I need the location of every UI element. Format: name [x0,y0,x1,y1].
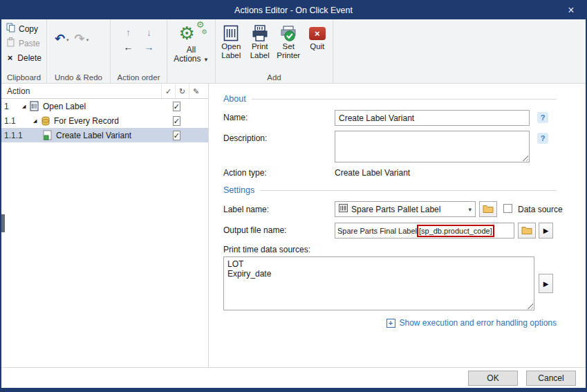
name-help-icon[interactable]: ? [537,112,548,123]
all-actions-label-line2: Actions [174,54,201,64]
copy-button[interactable]: Copy [3,21,44,36]
action-column-header: Action [7,86,30,96]
print-time-data-sources-label: Print time data sources: [223,245,310,254]
clipboard-group: Copy Paste × Delete Clipboard [1,19,47,83]
output-file-name-text: Spare Parts Final Label [337,227,417,235]
expander-icon[interactable]: ◢ [33,118,41,124]
folder-icon [521,225,532,236]
print-time-data-source-button[interactable]: ▶ [539,274,553,293]
set-printer-icon [280,24,297,42]
open-label-tree-icon [30,101,41,111]
print-label-icon [252,24,268,42]
row-checkbox[interactable]: ✓ [173,116,180,126]
ribbon-filler [333,19,586,83]
gears-icon: ⚙ ⚙ ⚙ [177,22,206,46]
close-icon[interactable]: × [557,1,586,19]
cancel-button[interactable]: Cancel [526,371,576,386]
tree-column-header: Action ✓ ↻ ✎ [1,84,208,99]
show-execution-options-link[interactable]: + Show execution and error handling opti… [386,318,557,328]
print-time-data-sources-input[interactable]: LOT Expiry_date [223,256,534,310]
quit-button[interactable]: × Quit [304,23,331,59]
copy-icon [6,23,15,35]
expander-icon[interactable]: ◢ [22,104,30,109]
undo-redo-group: ↶ ▾ ↷ ▾ Undo & Redo [47,19,111,83]
database-icon [41,116,53,126]
action-type-label: Action type: [223,168,267,178]
edit-column-icon: ✎ [189,84,203,98]
ok-button[interactable]: OK [468,371,518,386]
play-icon: ▶ [543,280,549,288]
row-checkbox[interactable]: ✓ [173,131,180,140]
barcode-icon [339,204,348,214]
show-execution-options-label: Show execution and error handling option… [400,318,557,328]
settings-section-header: Settings [223,185,557,195]
folder-icon [483,204,494,215]
open-label-icon [223,24,239,42]
chevron-down-icon: ▾ [468,206,472,213]
clipboard-group-label: Clipboard [3,72,44,82]
paste-label: Paste [19,39,40,48]
description-input[interactable] [335,131,530,162]
actions-editor-dialog: Actions Editor - On Click Event × Copy P… [0,0,587,392]
print-label-button[interactable]: Print Label [247,23,274,59]
label-name-value: Spare Parts Pallet Label [351,205,440,214]
all-actions-dropdown-icon: ▼ [203,57,209,63]
expand-plus-icon: + [386,319,395,328]
all-actions-button[interactable]: ⚙ ⚙ ⚙ All Actions ▼ [167,19,216,83]
resize-grip-icon[interactable] [522,155,528,161]
scrollbar-thumb[interactable] [1,214,5,232]
label-name-label: Label name: [223,205,269,214]
undo-icon[interactable]: ↶ [55,32,65,46]
quit-icon: × [309,27,326,40]
action-properties-panel: About Name: ? Description: ? Action type… [209,84,586,367]
create-label-variant-icon [43,130,55,140]
add-group-label: Add [218,72,330,82]
browse-output-button[interactable] [518,223,536,239]
tree-row-create-label-variant[interactable]: 1.1.1 Create Label Variant ✓ [1,128,208,142]
move-up-icon[interactable]: ↑ [126,28,131,37]
window-title: Actions Editor - On Click Event [234,6,353,15]
output-file-name-input[interactable]: Spare Parts Final Label[sp_db.product_co… [335,223,514,239]
action-order-group-label: Action order [113,72,165,82]
action-order-group: ↑ ↓ ← → Action order [111,19,167,83]
annotation-highlight: [sp_db.product_code] [417,225,494,237]
output-data-source-button[interactable]: ▶ [539,223,553,239]
delete-button[interactable]: × Delete [3,50,44,65]
label-name-select[interactable]: Spare Parts Pallet Label ▾ [335,201,476,217]
output-file-name-label: Output file name: [223,225,286,235]
copy-label: Copy [19,24,38,34]
delete-icon: × [6,53,14,63]
tree-row-open-label[interactable]: 1 ◢ Open Label ✓ [1,99,208,113]
title-bar: Actions Editor - On Click Event × [1,1,586,19]
data-source-checkbox[interactable] [503,204,512,213]
redo-dropdown-icon[interactable]: ▾ [86,37,89,43]
play-icon: ▶ [543,227,549,234]
row-checkbox[interactable]: ✓ [173,102,180,111]
move-down-icon[interactable]: ↓ [147,28,151,37]
about-section-header: About [223,94,557,104]
browse-label-button[interactable] [479,201,497,217]
open-label-button[interactable]: Open Label [218,23,245,59]
enabled-column-icon: ✓ [161,84,175,98]
add-group: Open Label Print Label Set Printer × Qui… [216,19,333,83]
redo-icon[interactable]: ↷ [75,32,85,46]
ribbon-toolbar: Copy Paste × Delete Clipboard ↶ ▾ ↷ ▾ Un… [1,19,586,84]
undo-redo-group-label: Undo & Redo [49,72,108,82]
data-source-label: Data source [518,205,563,214]
resize-grip-icon[interactable] [527,303,533,309]
move-right-icon[interactable]: → [145,42,154,52]
name-input[interactable] [335,110,530,126]
description-help-icon[interactable]: ? [537,133,548,144]
paste-button[interactable]: Paste [3,36,44,50]
set-printer-button[interactable]: Set Printer [275,23,302,59]
name-label: Name: [223,113,248,122]
move-left-icon[interactable]: ← [124,42,133,52]
action-type-value: Create Label Variant [335,168,410,178]
paste-icon [6,37,15,49]
tree-row-for-every-record[interactable]: 1.1 ◢ For Every Record ✓ [1,113,208,128]
delete-label: Delete [17,53,41,63]
dialog-footer: OK Cancel [1,367,586,389]
action-tree-panel: Action ✓ ↻ ✎ 1 ◢ Open Label ✓ 1.1 ◢ [1,84,209,367]
undo-dropdown-icon[interactable]: ▾ [66,37,69,43]
description-label: Description: [223,133,267,143]
